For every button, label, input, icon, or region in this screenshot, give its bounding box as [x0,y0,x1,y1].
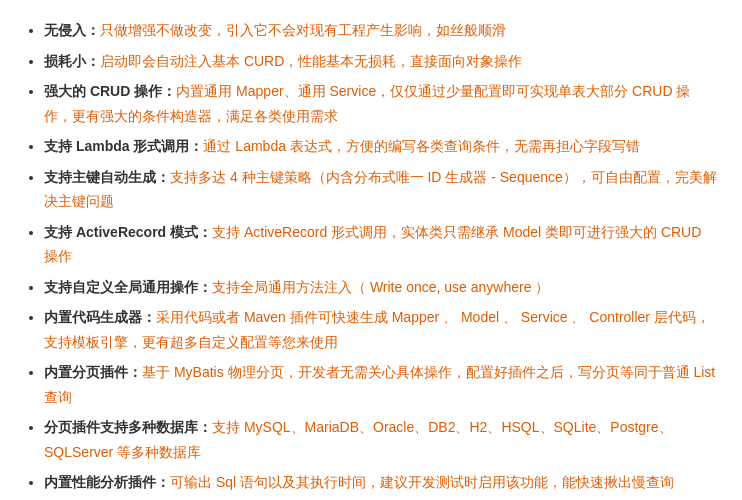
list-item: 强大的 CRUD 操作：内置通用 Mapper、通用 Service，仅仅通过少… [44,79,718,128]
item-description: 可输出 Sql 语句以及其执行时间，建议开发测试时启用该功能，能快速揪出慢查询 [170,474,674,490]
item-label: 强大的 CRUD 操作： [44,83,176,99]
item-description: 启动即会自动注入基本 CURD，性能基本无损耗，直接面向对象操作 [100,53,522,69]
list-item: 无侵入：只做增强不做改变，引入它不会对现有工程产生影响，如丝般顺滑 [44,18,718,43]
item-description: 支持全局通用方法注入（ Write once, use anywhere ） [212,279,549,295]
list-item: 内置代码生成器：采用代码或者 Maven 插件可快速生成 Mapper 、 Mo… [44,305,718,354]
item-label: 损耗小： [44,53,100,69]
item-label: 支持 Lambda 形式调用： [44,138,203,154]
item-label: 内置性能分析插件： [44,474,170,490]
list-item: 内置分页插件：基于 MyBatis 物理分页，开发者无需关心具体操作，配置好插件… [44,360,718,409]
item-label: 支持 ActiveRecord 模式： [44,224,212,240]
list-item: 损耗小：启动即会自动注入基本 CURD，性能基本无损耗，直接面向对象操作 [44,49,718,74]
item-description: 通过 Lambda 表达式，方便的编写各类查询条件，无需再担心字段写错 [203,138,639,154]
item-label: 支持主键自动生成： [44,169,170,185]
list-item: 分页插件支持多种数据库：支持 MySQL、MariaDB、Oracle、DB2、… [44,415,718,464]
item-label: 内置代码生成器： [44,309,156,325]
item-description: 只做增强不做改变，引入它不会对现有工程产生影响，如丝般顺滑 [100,22,506,38]
item-label: 分页插件支持多种数据库： [44,419,212,435]
list-item: 支持自定义全局通用操作：支持全局通用方法注入（ Write once, use … [44,275,718,300]
item-label: 内置分页插件： [44,364,142,380]
item-label: 无侵入： [44,22,100,38]
list-item: 内置性能分析插件：可输出 Sql 语句以及其执行时间，建议开发测试时启用该功能，… [44,470,718,495]
list-item: 支持 Lambda 形式调用：通过 Lambda 表达式，方便的编写各类查询条件… [44,134,718,159]
list-item: 支持主键自动生成：支持多达 4 种主键策略（内含分布式唯一 ID 生成器 - S… [44,165,718,214]
feature-list: 无侵入：只做增强不做改变，引入它不会对现有工程产生影响，如丝般顺滑损耗小：启动即… [24,18,718,500]
item-description: 基于 MyBatis 物理分页，开发者无需关心具体操作，配置好插件之后，写分页等… [44,364,715,405]
list-item: 支持 ActiveRecord 模式：支持 ActiveRecord 形式调用，… [44,220,718,269]
item-label: 支持自定义全局通用操作： [44,279,212,295]
